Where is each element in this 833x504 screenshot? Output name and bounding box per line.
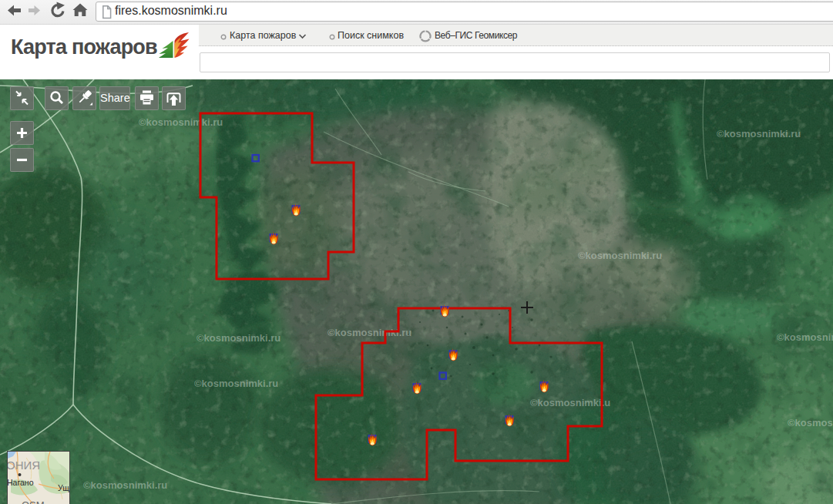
svg-text:ОНИЯ: ОНИЯ (8, 459, 40, 472)
svg-text:©kosmosnimki.ru: ©kosmosnimki.ru (196, 332, 280, 344)
svg-text:©kosmosnimki.ru: ©kosmosnimki.ru (578, 250, 662, 261)
svg-text:©kosmosn: ©kosmosn (788, 417, 833, 428)
svg-text:©kosmosnimki.ru: ©kosmosnimki.ru (717, 128, 801, 139)
svg-text:©kosmosnimki.ru: ©kosmosnimki.ru (194, 378, 278, 389)
svg-text:©kosmosnimki.u: ©kosmosnimki.u (530, 397, 610, 408)
svg-text:©kosmosnimki.ru: ©kosmosnimki.ru (139, 116, 223, 128)
svg-text:©kosmosnimki.ru: ©kosmosnimki.ru (83, 479, 167, 491)
svg-text:Нагано: Нагано (8, 478, 34, 487)
svg-text:OSM: OSM (22, 499, 45, 504)
svg-text:©kosmosnimk: ©kosmosnimk (777, 331, 833, 343)
svg-text:Ущ: Ущ (58, 483, 69, 492)
